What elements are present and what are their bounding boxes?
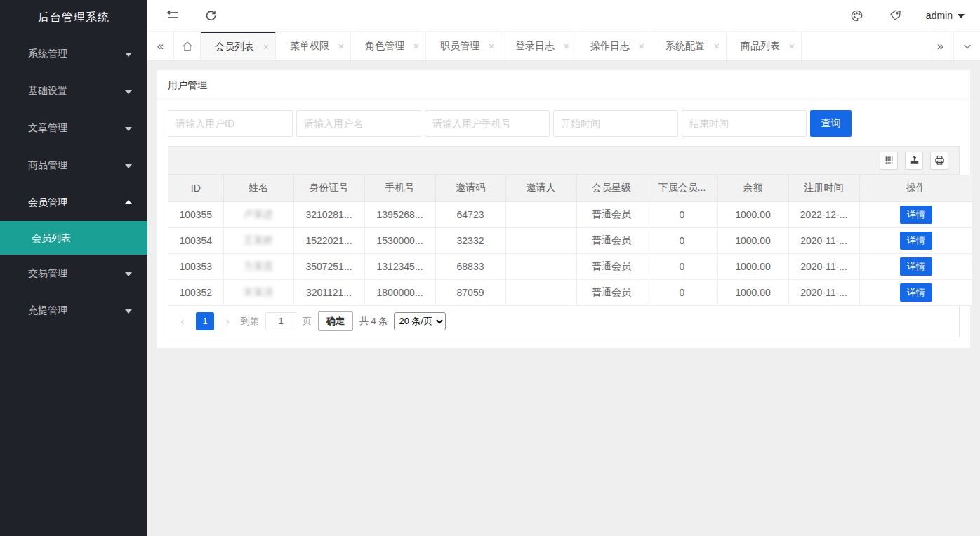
tab-label: 商品列表 [741,40,780,53]
total-count-label: 共 4 条 [359,315,388,328]
cell-balance: 1000.00 [717,253,788,279]
sidebar-submenu-member: 会员列表 [0,221,147,255]
next-page-icon[interactable]: › [220,314,234,328]
table-row: 100352宋某清3201121...1800000...87059普通会员01… [168,279,972,305]
goto-prefix-label: 到第 [241,315,259,328]
tab-login-log[interactable]: 登录日志× [501,32,576,60]
redacted-name: 王某娇 [244,234,273,246]
cell-balance: 1000.00 [717,279,788,305]
tabs: 会员列表×菜单权限×角色管理×职员管理×登录日志×操作日志×系统配置×商品列表× [201,32,802,60]
cell-reg_time: 2022-12-... [788,201,859,227]
close-icon[interactable]: × [338,41,344,52]
cell-id_card: 3507251... [293,253,364,279]
cell-level: 普通会员 [576,253,647,279]
start-time-input[interactable] [553,110,678,137]
redacted-name: 方某震 [244,260,273,272]
sidebar-item-recharge[interactable]: 充提管理 [0,292,147,329]
sidebar-item-basic[interactable]: 基础设置 [0,72,147,109]
tab-goods-list[interactable]: 商品列表× [727,32,802,60]
close-icon[interactable]: × [489,41,494,52]
sidebar-item-goods[interactable]: 商品管理 [0,147,147,184]
tab-label: 会员列表 [215,41,254,53]
page-number-current[interactable]: 1 [196,312,214,330]
detail-button[interactable]: 详情 [900,257,932,276]
cell-phone: 1800000... [364,279,435,305]
tabs-menu-icon[interactable] [953,32,980,60]
sidebar-collapse-icon[interactable] [166,8,180,22]
close-icon[interactable]: × [714,41,720,52]
tab-op-log[interactable]: 操作日志× [576,32,651,60]
top-header: admin [147,0,980,32]
home-icon[interactable] [174,32,201,60]
page-size-select[interactable]: 20 条/页 [394,312,446,330]
sidebar-item-label: 基础设置 [28,85,67,96]
sidebar-item-member[interactable]: 会员管理 [0,184,147,221]
detail-button[interactable]: 详情 [900,283,932,302]
tab-staff[interactable]: 职员管理× [426,32,501,60]
column-header: 手机号 [364,175,435,201]
close-icon[interactable]: × [564,41,569,52]
cell-actions: 详情 [859,279,972,305]
tabs-scroll-right-icon[interactable]: » [927,32,953,60]
redacted-name: 宋某清 [244,286,273,297]
tag-icon[interactable] [888,8,902,22]
cell-name: 卢某进 [223,201,293,227]
phone-input[interactable] [425,110,550,137]
export-button[interactable] [905,152,923,170]
username-input[interactable] [296,110,421,137]
tab-label: 登录日志 [515,40,555,53]
sidebar: 后台管理系统 系统管理基础设置文章管理商品管理会员管理会员列表交易管理充提管理 [0,0,147,536]
sidebar-menu: 系统管理基础设置文章管理商品管理会员管理会员列表交易管理充提管理 [0,35,147,329]
tab-role[interactable]: 角色管理× [351,32,426,60]
refresh-icon[interactable] [204,8,218,22]
end-time-input[interactable] [682,110,807,137]
tab-bar: « 会员列表×菜单权限×角色管理×职员管理×登录日志×操作日志×系统配置×商品列… [147,32,980,61]
sidebar-item-trade[interactable]: 交易管理 [0,255,147,292]
cell-invite_code: 68833 [435,253,505,279]
close-icon[interactable]: × [789,41,795,52]
page-title: 用户管理 [157,70,970,100]
column-header: 操作 [859,175,972,201]
cell-id: 100355 [168,201,223,227]
column-header: 姓名 [223,175,293,201]
cell-subordinates: 0 [647,253,717,279]
user-name: admin [926,10,953,21]
tab-menu-auth[interactable]: 菜单权限× [276,32,351,60]
chevron-down-icon [125,309,132,314]
table-toolbar [168,147,959,175]
user-menu[interactable]: admin [926,10,965,21]
cell-invite_code: 87059 [435,279,505,305]
cell-subordinates: 0 [647,227,717,253]
print-button[interactable] [930,152,948,170]
palette-icon[interactable] [850,8,864,22]
cell-reg_time: 2020-11-... [788,253,859,279]
tabs-scroll-left-icon[interactable]: « [147,32,174,60]
sidebar-item-system[interactable]: 系统管理 [0,35,147,72]
search-button[interactable]: 查询 [810,110,852,137]
tab-label: 职员管理 [440,40,479,53]
column-header: 会员星级 [576,175,647,201]
column-header: 余额 [717,175,788,201]
cell-phone: 1530000... [364,227,435,253]
goto-confirm-button[interactable]: 确定 [318,311,353,331]
sidebar-subitem-member-list[interactable]: 会员列表 [0,221,147,255]
tab-label: 菜单权限 [290,40,329,53]
detail-button[interactable]: 详情 [900,206,932,224]
tab-member-list[interactable]: 会员列表× [201,32,276,60]
user-id-input[interactable] [168,110,293,137]
cell-name: 方某震 [223,253,293,279]
filter-columns-button[interactable] [880,152,898,170]
sidebar-item-article[interactable]: 文章管理 [0,109,147,147]
close-icon[interactable]: × [639,41,644,52]
cell-name: 王某娇 [223,227,293,253]
column-header: 注册时间 [788,175,859,201]
detail-button[interactable]: 详情 [900,232,932,250]
main-area: admin « 会员列表×菜单权限×角色管理×职员管理×登录日志×操作日志×系统… [147,0,980,536]
chevron-down-icon [958,14,965,18]
prev-page-icon[interactable]: ‹ [176,314,190,328]
close-icon[interactable]: × [263,41,269,53]
close-icon[interactable]: × [413,41,419,52]
column-header: 身份证号 [293,175,364,201]
goto-page-input[interactable] [265,312,296,330]
tab-sys-config[interactable]: 系统配置× [651,32,727,60]
